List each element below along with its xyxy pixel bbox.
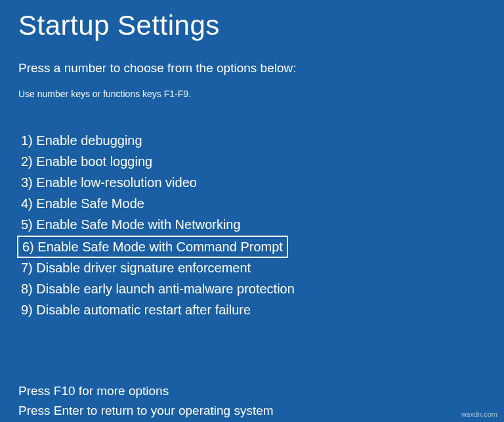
options-list: 1) Enable debugging2) Enable boot loggin…: [18, 131, 486, 321]
footer-return: Press Enter to return to your operating …: [18, 401, 486, 421]
option-4[interactable]: 4) Enable Safe Mode: [18, 194, 147, 213]
option-2[interactable]: 2) Enable boot logging: [18, 152, 155, 171]
option-3[interactable]: 3) Enable low-resolution video: [18, 173, 200, 192]
footer-more: Press F10 for more options: [18, 381, 486, 401]
option-8[interactable]: 8) Disable early launch anti-malware pro…: [18, 279, 297, 299]
option-5[interactable]: 5) Enable Safe Mode with Networking: [18, 215, 243, 234]
watermark: wsxdn.com: [461, 410, 497, 418]
key-hint: Use number keys or functions keys F1-F9.: [18, 89, 486, 99]
option-7[interactable]: 7) Disable driver signature enforcement: [18, 258, 253, 278]
option-9[interactable]: 9) Disable automatic restart after failu…: [18, 300, 253, 320]
page-title: Startup Settings: [18, 10, 486, 41]
option-6[interactable]: 6) Enable Safe Mode with Command Prompt: [17, 236, 288, 258]
option-1[interactable]: 1) Enable debugging: [18, 131, 145, 150]
subtitle: Press a number to choose from the option…: [18, 61, 486, 75]
